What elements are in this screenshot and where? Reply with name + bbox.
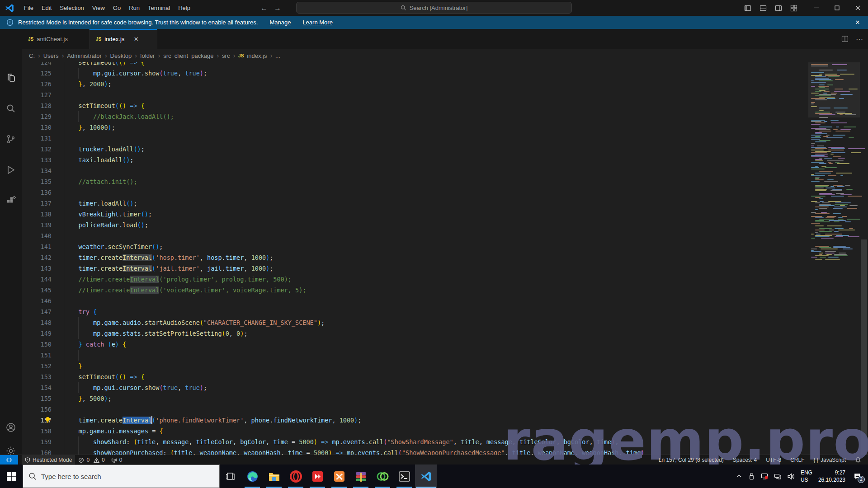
forward-arrow-icon[interactable]: → — [274, 4, 281, 12]
banner-close-icon[interactable]: ✕ — [854, 18, 862, 26]
minimap[interactable] — [808, 62, 860, 455]
menu-file[interactable]: File — [20, 3, 38, 13]
action-center-icon[interactable]: 2 — [853, 472, 862, 481]
back-arrow-icon[interactable]: ← — [260, 4, 268, 12]
remote-session-icon[interactable] — [761, 473, 768, 480]
manage-link[interactable]: Manage — [269, 19, 291, 26]
breadcrumb: C:UsersAdministratorDesktopfoldersrc_cli… — [22, 49, 868, 62]
code-line-157: 157 timer.createInterval('phone.findNetw… — [22, 415, 808, 426]
notifications-bell[interactable] — [852, 455, 864, 465]
tab-antiCheat.js[interactable]: JSantiCheat.js — [22, 29, 90, 49]
ports-status[interactable]: 0 — [108, 455, 126, 465]
taskbar-search[interactable] — [23, 465, 220, 488]
terminal-icon[interactable] — [393, 465, 415, 488]
close-window-button[interactable] — [847, 0, 868, 16]
ports-count: 0 — [119, 457, 123, 463]
code-text: timer.createInterval('jail.timer', jail.… — [64, 263, 273, 274]
breadcrumb-item-Desktop[interactable]: Desktop — [102, 52, 132, 59]
breadcrumb-item-C[interactable]: C: — [29, 52, 35, 59]
toggle-panel-icon[interactable] — [760, 5, 767, 12]
split-editor-icon[interactable] — [841, 35, 849, 42]
line-number: 151 — [22, 350, 52, 361]
code-editor[interactable]: 124 setTimeout(() => {125 mp.gui.cursor.… — [22, 62, 808, 455]
settings-gear-icon[interactable] — [0, 441, 22, 461]
tab-index.js[interactable]: JSindex.js✕ — [90, 29, 157, 49]
breadcrumb-item-folder[interactable]: folder — [132, 52, 155, 59]
run-debug-icon[interactable] — [0, 160, 22, 180]
minimize-button[interactable] — [806, 0, 826, 16]
indentation-status[interactable]: Spaces: 4 — [730, 455, 760, 465]
clock[interactable]: 9:27 26.10.2023 — [818, 469, 845, 483]
encoding-status[interactable]: UTF-8 — [763, 455, 784, 465]
menu-run[interactable]: Run — [125, 3, 144, 13]
start-button[interactable] — [0, 465, 23, 488]
learn-more-link[interactable]: Learn More — [302, 19, 332, 26]
line-number: 155 — [22, 393, 52, 404]
volume-icon[interactable] — [787, 473, 795, 480]
code-text: setTimeout(() => { — [64, 62, 145, 68]
language-indicator[interactable]: ENG US — [801, 469, 812, 483]
green-rings-icon[interactable] — [372, 465, 393, 488]
source-control-icon[interactable] — [0, 129, 22, 149]
lightbulb-icon[interactable] — [44, 417, 51, 423]
breadcrumb-item-Administrator[interactable]: Administrator — [59, 52, 102, 59]
vertical-scrollbar[interactable] — [860, 62, 868, 455]
code-line-158: 158 mp.game.ui.messages = { — [22, 426, 808, 436]
xampp-icon[interactable] — [328, 465, 350, 488]
more-actions-icon[interactable]: ⋯ — [856, 35, 863, 43]
code-line-136: 136 — [22, 187, 808, 198]
command-center-search[interactable]: Search [Administrator] — [296, 2, 572, 14]
usb-device-icon[interactable] — [748, 473, 755, 480]
broadcast-icon — [111, 457, 117, 463]
file-explorer-icon[interactable] — [263, 465, 285, 488]
menu-selection[interactable]: Selection — [56, 3, 88, 13]
breadcrumb-item-indexjs[interactable]: JSindex.js — [230, 52, 267, 59]
menu-view[interactable]: View — [88, 3, 109, 13]
explorer-icon[interactable] — [0, 68, 22, 88]
toggle-secondary-sidebar-icon[interactable] — [775, 5, 782, 12]
task-view-icon[interactable] — [220, 465, 241, 488]
breadcrumb-item-Users[interactable]: Users — [35, 52, 59, 59]
line-number: 130 — [22, 122, 52, 133]
code-line-150: 150 } catch (e) { — [22, 339, 808, 350]
maximize-button[interactable] — [826, 0, 847, 16]
edge-icon[interactable] — [241, 465, 263, 488]
code-line-133: 133 taxi.loadAll(); — [22, 155, 808, 165]
restricted-mode-status[interactable]: Restricted Mode — [22, 455, 75, 465]
menu-help[interactable]: Help — [174, 3, 194, 13]
menu-edit[interactable]: Edit — [38, 3, 56, 13]
taskbar-search-input[interactable] — [41, 473, 204, 480]
breadcrumb-item-srcclientpackage[interactable]: src_client_package — [155, 52, 213, 59]
language-mode-status[interactable]: { } JavaScript — [811, 455, 849, 465]
vscode-icon[interactable] — [415, 465, 437, 488]
breadcrumb-label: src_client_package — [163, 52, 213, 59]
code-line-151: 151 — [22, 350, 808, 361]
network-icon[interactable] — [774, 473, 781, 480]
tray-chevron-up-icon[interactable] — [736, 473, 742, 479]
winrar-icon[interactable] — [350, 465, 372, 488]
problems-status[interactable]: 0 0 — [75, 455, 108, 465]
code-line-153: 153 setTimeout(() => { — [22, 371, 808, 382]
opera-icon[interactable] — [285, 465, 307, 488]
account-icon[interactable] — [0, 418, 22, 437]
tab-close-icon[interactable]: ✕ — [132, 34, 141, 43]
error-count: 0 — [86, 457, 90, 463]
line-number: 131 — [22, 133, 52, 144]
customize-layout-icon[interactable] — [790, 5, 797, 12]
breadcrumb-item-src[interactable]: src — [213, 52, 230, 59]
breadcrumb-item-[interactable]: ... — [267, 52, 280, 59]
code-line-138: 138 vBreakLight.timer(); — [22, 209, 808, 220]
search-icon[interactable] — [0, 99, 22, 118]
extensions-icon[interactable] — [0, 191, 22, 211]
toggle-sidebar-icon[interactable] — [744, 5, 751, 12]
line-number: 129 — [22, 111, 52, 122]
menu-go[interactable]: Go — [109, 3, 125, 13]
code-line-134: 134 — [22, 165, 808, 176]
eol-status[interactable]: CRLF — [787, 455, 807, 465]
cursor-position-status[interactable]: Ln 157, Col 29 (8 selected) — [656, 455, 727, 465]
menu-terminal[interactable]: Terminal — [144, 3, 174, 13]
code-text: timer.createInterval('hosp.timer', hosp.… — [64, 252, 273, 263]
breadcrumb-label: ... — [275, 52, 280, 59]
red-app-icon[interactable] — [307, 465, 328, 488]
scrollbar-thumb[interactable] — [861, 239, 867, 455]
